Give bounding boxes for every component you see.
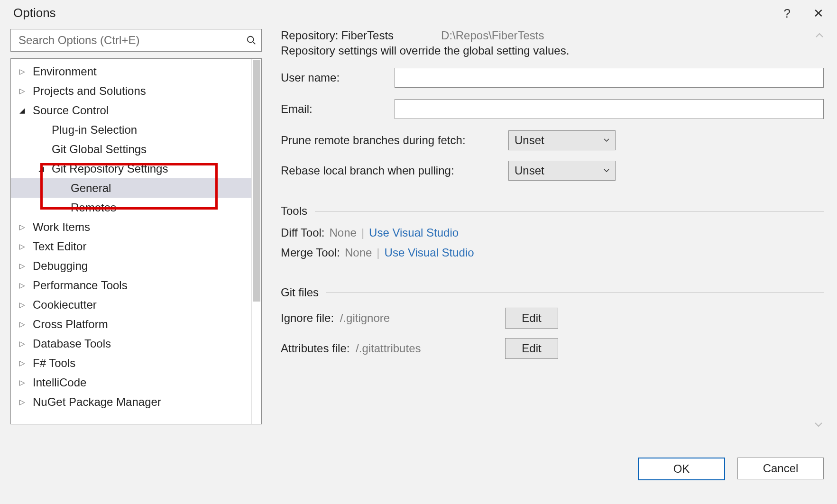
tree-item-label: Git Repository Settings: [52, 162, 168, 175]
tree-item-label: General: [71, 182, 111, 195]
chevron-up-icon[interactable]: [815, 33, 824, 38]
email-label: Email:: [281, 102, 395, 116]
diff-tool-value: None: [330, 226, 357, 239]
scrollbar-thumb[interactable]: [253, 60, 260, 302]
scrollbar[interactable]: [251, 59, 261, 424]
dialog-title: Options: [13, 6, 56, 20]
rebase-select-value: Unset: [515, 164, 544, 177]
tree-item-label: Remotes: [71, 201, 116, 214]
tree-item[interactable]: ▷IntelliCode: [11, 373, 261, 392]
tree-item[interactable]: ▷F# Tools: [11, 353, 261, 373]
titlebar: Options ? ✕: [0, 0, 837, 24]
search-icon[interactable]: [246, 35, 257, 46]
tree-item-label: Environment: [33, 65, 97, 78]
tools-heading: Tools: [281, 204, 307, 218]
merge-use-vs-link[interactable]: Use Visual Studio: [385, 246, 474, 259]
ignore-file-label: Ignore file:: [281, 312, 334, 324]
tree-item-label: NuGet Package Manager: [33, 395, 161, 409]
tree-item[interactable]: Remotes: [11, 198, 261, 217]
repository-header: Repository: FiberTests D:\Repos\FiberTes…: [281, 29, 824, 42]
diff-tool-label: Diff Tool:: [281, 226, 325, 239]
rebase-select[interactable]: Unset: [508, 161, 616, 181]
search-box[interactable]: [10, 29, 262, 52]
svg-line-1: [253, 42, 256, 45]
prune-label: Prune remote branches during fetch:: [281, 134, 508, 147]
username-label: User name:: [281, 71, 395, 84]
dialog-footer: OK Cancel: [0, 446, 837, 480]
triangle-right-icon: ▷: [19, 378, 30, 387]
triangle-right-icon: ▷: [19, 359, 30, 367]
triangle-right-icon: ▷: [19, 320, 30, 329]
diff-use-vs-link[interactable]: Use Visual Studio: [369, 226, 459, 239]
tree-item-label: Source Control: [33, 104, 109, 117]
tree-item[interactable]: ▷Text Editor: [11, 237, 261, 256]
tree-item-label: F# Tools: [33, 357, 75, 370]
triangle-right-icon: ▷: [19, 281, 30, 290]
settings-panel: Repository: FiberTests D:\Repos\FiberTes…: [281, 29, 824, 446]
ignore-file-value: /.gitignore: [340, 312, 390, 324]
edit-ignore-button[interactable]: Edit: [505, 308, 558, 329]
category-tree: ▷Environment▷Projects and Solutions◢Sour…: [10, 58, 262, 424]
close-icon[interactable]: ✕: [813, 7, 824, 19]
search-input[interactable]: [18, 33, 239, 47]
tree-item[interactable]: ▷Cross Platform: [11, 314, 261, 334]
tree-item-label: Database Tools: [33, 337, 111, 350]
repository-name: FiberTests: [341, 29, 394, 42]
prune-select-value: Unset: [515, 134, 544, 147]
edit-attributes-button[interactable]: Edit: [505, 338, 558, 359]
tree-item[interactable]: Plug-in Selection: [11, 120, 261, 139]
triangle-down-icon: ◢: [19, 106, 30, 115]
merge-tool-label: Merge Tool:: [281, 246, 340, 259]
triangle-right-icon: ▷: [19, 262, 30, 270]
tree-item[interactable]: ▷Work Items: [11, 217, 261, 237]
username-field[interactable]: [395, 68, 824, 88]
rebase-label: Rebase local branch when pulling:: [281, 164, 508, 177]
attributes-file-value: /.gitattributes: [356, 342, 421, 355]
tree-item[interactable]: ◢Git Repository Settings: [11, 159, 261, 178]
repository-description: Repository settings will override the gl…: [281, 44, 824, 57]
separator: |: [377, 246, 379, 259]
repository-label: Repository:: [281, 29, 338, 42]
triangle-right-icon: ▷: [19, 67, 30, 76]
triangle-right-icon: ▷: [19, 87, 30, 95]
tree-item-label: Projects and Solutions: [33, 84, 146, 98]
triangle-right-icon: ▷: [19, 242, 30, 251]
chevron-down-icon: [604, 169, 609, 173]
separator: |: [361, 226, 364, 239]
tree-item[interactable]: General: [11, 178, 261, 198]
cancel-button[interactable]: Cancel: [737, 458, 824, 479]
tree-item-label: Cookiecutter: [33, 298, 97, 312]
triangle-down-icon: ◢: [38, 165, 49, 173]
tools-section-header: Tools: [281, 204, 824, 218]
tree-item[interactable]: ▷Projects and Solutions: [11, 81, 261, 101]
tree-item[interactable]: ▷Performance Tools: [11, 275, 261, 295]
tree-item-label: Text Editor: [33, 240, 86, 253]
tree-item-label: Performance Tools: [33, 279, 128, 292]
tree-item[interactable]: ◢Source Control: [11, 101, 261, 120]
tree-item-label: IntelliCode: [33, 376, 86, 389]
prune-select[interactable]: Unset: [508, 130, 616, 150]
tree-item-label: Debugging: [33, 259, 88, 273]
tree-item[interactable]: Git Global Settings: [11, 139, 261, 159]
tree-item[interactable]: ▷NuGet Package Manager: [11, 392, 261, 412]
triangle-right-icon: ▷: [19, 398, 30, 406]
tree-item[interactable]: ▷Environment: [11, 62, 261, 81]
chevron-down-icon: [604, 138, 609, 142]
email-field[interactable]: [395, 99, 824, 119]
tree-item-label: Work Items: [33, 220, 90, 234]
gitfiles-heading: Git files: [281, 286, 319, 299]
tree-item-label: Plug-in Selection: [52, 123, 137, 137]
tree-item[interactable]: ▷Debugging: [11, 256, 261, 275]
merge-tool-value: None: [345, 246, 372, 259]
tree-item[interactable]: ▷Cookiecutter: [11, 295, 261, 314]
help-icon[interactable]: ?: [784, 7, 791, 19]
triangle-right-icon: ▷: [19, 301, 30, 309]
tree-item-label: Cross Platform: [33, 318, 108, 331]
tree-item[interactable]: ▷Database Tools: [11, 334, 261, 353]
ok-button[interactable]: OK: [638, 458, 725, 480]
svg-point-0: [248, 37, 254, 43]
gitfiles-section-header: Git files: [281, 286, 824, 299]
window-controls: ? ✕: [784, 7, 824, 19]
tree-item-label: Git Global Settings: [52, 143, 147, 156]
chevron-down-icon[interactable]: [814, 422, 823, 428]
